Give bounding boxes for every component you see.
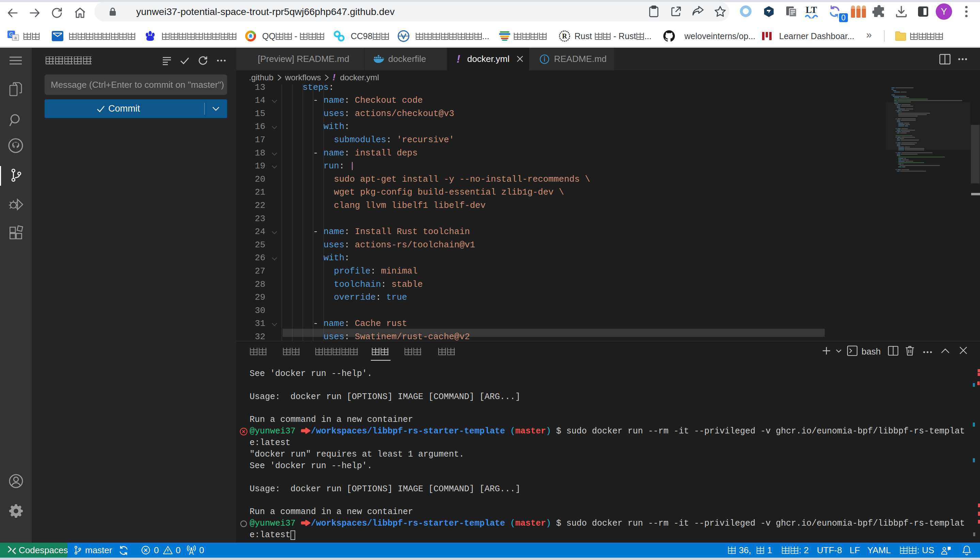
svg-text:a: a xyxy=(14,35,17,40)
svg-text:R: R xyxy=(562,32,567,40)
